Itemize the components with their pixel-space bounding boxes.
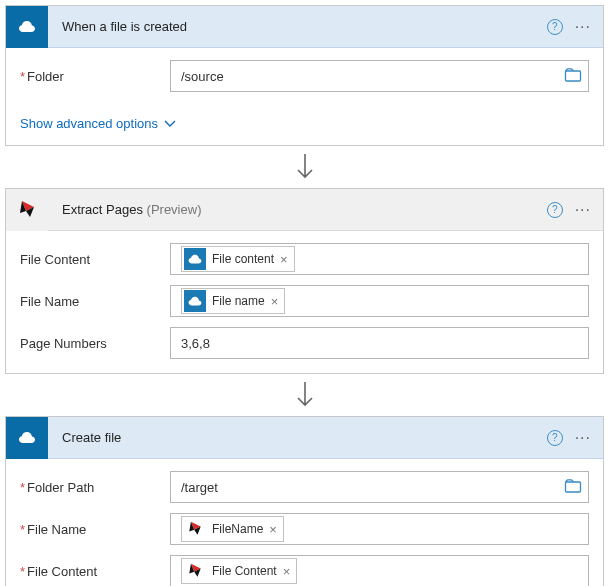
folder-path-label: Folder Path <box>20 480 170 495</box>
file-content-label: File Content <box>20 252 170 267</box>
more-icon[interactable]: ··· <box>573 18 593 36</box>
step-create-file: Create file ? ··· Folder Path /target Fi… <box>5 416 604 586</box>
cloud-icon <box>6 417 48 459</box>
file-name-input[interactable]: File name × <box>170 285 589 317</box>
connector-arrow <box>5 146 604 188</box>
file-content-token[interactable]: File content × <box>181 246 295 272</box>
aquaforest-icon <box>184 560 206 582</box>
step-header[interactable]: Create file ? ··· <box>6 417 603 459</box>
show-advanced-options[interactable]: Show advanced options <box>20 116 176 131</box>
folder-picker-icon[interactable] <box>564 67 582 86</box>
remove-token-icon[interactable]: × <box>283 564 291 579</box>
chevron-down-icon <box>164 120 176 128</box>
aquaforest-icon <box>184 518 206 540</box>
more-icon[interactable]: ··· <box>573 429 593 447</box>
page-numbers-input[interactable]: 3,6,8 <box>170 327 589 359</box>
file-content-input[interactable]: File content × <box>170 243 589 275</box>
step-header[interactable]: When a file is created ? ··· <box>6 6 603 48</box>
file-content-label: File Content <box>20 564 170 579</box>
folder-label: Folder <box>20 69 170 84</box>
remove-token-icon[interactable]: × <box>280 252 288 267</box>
help-icon[interactable]: ? <box>547 202 563 218</box>
file-name-input[interactable]: FileName × <box>170 513 589 545</box>
cloud-icon <box>6 6 48 48</box>
remove-token-icon[interactable]: × <box>271 294 279 309</box>
file-name-token[interactable]: File name × <box>181 288 285 314</box>
step-extract-pages: Extract Pages (Preview) ? ··· File Conte… <box>5 188 604 374</box>
folder-picker-icon[interactable] <box>564 478 582 497</box>
remove-token-icon[interactable]: × <box>269 522 277 537</box>
cloud-icon <box>184 248 206 270</box>
aquaforest-icon <box>6 189 48 231</box>
file-content-input[interactable]: File Content × <box>170 555 589 586</box>
connector-arrow <box>5 374 604 416</box>
filename-token[interactable]: FileName × <box>181 516 284 542</box>
step-title: When a file is created <box>48 19 547 34</box>
more-icon[interactable]: ··· <box>573 201 593 219</box>
folder-input[interactable]: /source <box>170 60 589 92</box>
file-name-label: File Name <box>20 522 170 537</box>
filecontent-token[interactable]: File Content × <box>181 558 297 584</box>
file-name-label: File Name <box>20 294 170 309</box>
folder-path-input[interactable]: /target <box>170 471 589 503</box>
step-title: Create file <box>48 430 547 445</box>
page-numbers-label: Page Numbers <box>20 336 170 351</box>
step-header[interactable]: Extract Pages (Preview) ? ··· <box>6 189 603 231</box>
help-icon[interactable]: ? <box>547 19 563 35</box>
step-when-file-created: When a file is created ? ··· Folder /sou… <box>5 5 604 146</box>
help-icon[interactable]: ? <box>547 430 563 446</box>
cloud-icon <box>184 290 206 312</box>
folder-value: /source <box>181 69 224 84</box>
step-title: Extract Pages (Preview) <box>48 202 547 217</box>
